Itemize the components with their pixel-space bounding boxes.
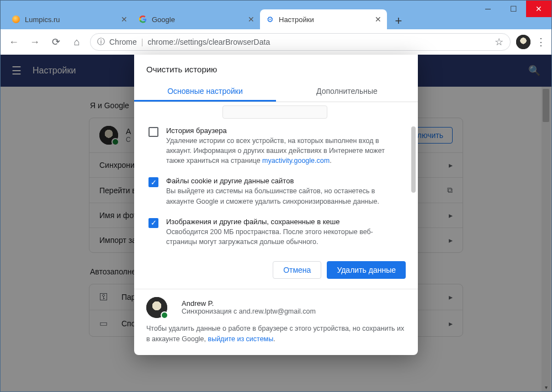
info-icon: ⓘ <box>97 37 105 47</box>
checkbox-cache[interactable]: ✓ <box>148 218 158 228</box>
separator: | <box>141 38 144 46</box>
tab-settings[interactable]: ⚙ Настройки ✕ <box>260 9 387 29</box>
kebab-menu-icon[interactable]: ⋮ <box>536 36 546 48</box>
option-desc: Вы выйдете из системы на большинстве сай… <box>166 186 404 206</box>
signout-link[interactable]: выйдите из системы <box>208 335 274 343</box>
scrollbar-thumb[interactable] <box>411 126 416 193</box>
home-button[interactable]: ⌂ <box>69 36 84 48</box>
tab-advanced[interactable]: Дополнительные <box>276 81 418 102</box>
dialog-scrollbar[interactable] <box>411 126 416 248</box>
tab-close-icon[interactable]: ✕ <box>375 15 381 24</box>
url-text: chrome://settings/clearBrowserData <box>147 38 270 46</box>
tab-strip: Lumpics.ru ✕ Google ✕ ⚙ Настройки ✕ + <box>1 1 551 29</box>
signout-note: Чтобы удалить данные о работе в браузере… <box>146 324 406 345</box>
dialog-footer: Andrew P. Синхронизация с and.rew.lptw@g… <box>134 289 418 356</box>
forward-button[interactable]: → <box>27 36 43 48</box>
tab-label: Lumpics.ru <box>25 15 60 24</box>
option-desc: Удаление истории со всех устройств, на к… <box>166 136 404 166</box>
gear-icon: ⚙ <box>266 15 274 24</box>
tab-close-icon[interactable]: ✕ <box>121 15 128 24</box>
clear-data-dialog: Очистить историю Основные настройки Допо… <box>134 55 418 355</box>
maximize-button[interactable]: ☐ <box>501 1 526 17</box>
time-range-dropdown[interactable] <box>222 105 327 119</box>
tab-label: Google <box>152 15 175 24</box>
close-window-button[interactable]: ✕ <box>526 1 551 17</box>
profile-avatar[interactable] <box>516 35 530 49</box>
myactivity-link[interactable]: myactivity.google.com <box>262 157 330 165</box>
tab-label: Настройки <box>279 15 314 24</box>
checkbox-cookies[interactable]: ✓ <box>148 177 158 187</box>
option-title: История браузера <box>166 126 404 135</box>
tab-google[interactable]: Google ✕ <box>133 9 260 29</box>
cancel-button[interactable]: Отмена <box>273 261 321 279</box>
tab-close-icon[interactable]: ✕ <box>248 15 254 24</box>
back-button[interactable]: ← <box>6 36 22 48</box>
option-cookies[interactable]: ✓ Файлы cookie и другие данные сайтов Вы… <box>147 171 405 211</box>
option-history[interactable]: История браузера Удаление истории со все… <box>147 121 405 171</box>
checkbox-history[interactable] <box>148 127 158 137</box>
toolbar: ← → ⟳ ⌂ ⓘ Chrome | chrome://settings/cle… <box>1 29 551 55</box>
reload-button[interactable]: ⟳ <box>48 36 63 48</box>
tab-lumpics[interactable]: Lumpics.ru ✕ <box>6 9 133 29</box>
dialog-user-row: Andrew P. Синхронизация с and.rew.lptw@g… <box>146 297 406 324</box>
clear-data-button[interactable]: Удалить данные <box>327 261 406 279</box>
option-desc: Освободится 200 МБ пространства. После э… <box>166 227 404 247</box>
sync-badge-icon <box>161 311 168 319</box>
favicon-google <box>139 15 147 24</box>
user-name: Andrew P. <box>182 299 316 308</box>
dialog-actions: Отмена Удалить данные <box>134 252 418 289</box>
user-sync-line: Синхронизация с and.rew.lptw@gmail.com <box>182 308 316 315</box>
new-tab-button[interactable]: + <box>390 13 407 29</box>
tab-basic[interactable]: Основные настройки <box>134 81 276 102</box>
browser-window: ─ ☐ ✕ Lumpics.ru ✕ Google ✕ ⚙ Настройки … <box>0 0 552 392</box>
minimize-button[interactable]: ─ <box>475 1 501 17</box>
option-title: Файлы cookie и другие данные сайтов <box>166 177 404 185</box>
dialog-tabs: Основные настройки Дополнительные <box>134 81 418 102</box>
dialog-body: История браузера Удаление истории со все… <box>134 102 418 252</box>
favicon-lumpics <box>12 15 20 24</box>
address-bar[interactable]: ⓘ Chrome | chrome://settings/clearBrowse… <box>90 33 511 51</box>
bookmark-star-icon[interactable]: ☆ <box>495 36 503 48</box>
avatar <box>146 297 167 318</box>
settings-page: ☰ Настройки 🔍 Я и Google A С Включить Си… <box>1 55 551 391</box>
option-cache[interactable]: ✓ Изображения и другие файлы, сохраненны… <box>147 212 405 252</box>
option-title: Изображения и другие файлы, сохраненные … <box>166 218 404 226</box>
site-label: Chrome <box>109 38 137 46</box>
window-controls: ─ ☐ ✕ <box>475 1 551 17</box>
dialog-title: Очистить историю <box>134 55 418 81</box>
